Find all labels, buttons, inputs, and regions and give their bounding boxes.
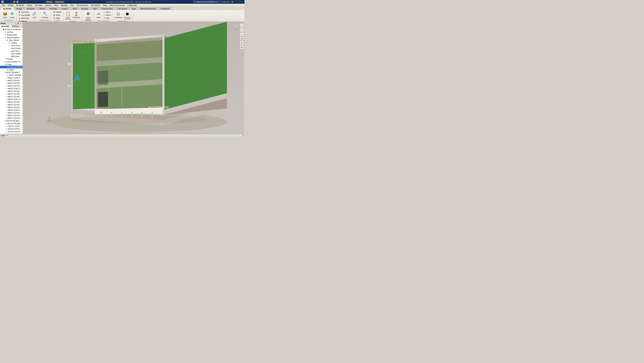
menu-sketch[interactable]: Sketch bbox=[25, 4, 34, 7]
ucs-button[interactable]: ⌖ UCS bbox=[102, 17, 112, 20]
tab-sketch[interactable]: Sketch bbox=[37, 7, 47, 10]
view-cube[interactable]: TOP bbox=[231, 23, 240, 32]
pattern-group-label[interactable]: Pattern ▾ bbox=[54, 20, 60, 22]
tab-getstarted[interactable]: Get Started bbox=[115, 7, 129, 10]
appearance-label[interactable]: Appearance bbox=[54, 1, 64, 3]
qat-new[interactable]: □ bbox=[10, 0, 13, 3]
tree-item-representations[interactable]: ▾📁Representations bbox=[0, 36, 22, 39]
tree-item-origin-1[interactable]: ⊕Origin bbox=[0, 63, 22, 66]
tab-annotate[interactable]: Annotate bbox=[48, 7, 59, 10]
zoom-all-button[interactable]: ⤢ bbox=[240, 24, 244, 28]
tab-3dmodel[interactable]: 3D Model bbox=[24, 7, 37, 10]
menu-electromechanical[interactable]: Electromechanical bbox=[108, 4, 126, 7]
tree-item-south-l02-p01-br[interactable]: ◇SOUTH-L02-P01_BR (216408) bbox=[0, 133, 22, 134]
tree-item-west-facade[interactable]: 📐WEST FACADE bbox=[0, 74, 22, 77]
expander-level-detail[interactable]: ▸ bbox=[2, 61, 4, 63]
maximize-button[interactable]: □ bbox=[238, 1, 240, 3]
bp-tab-rules[interactable]: Rules bbox=[0, 137, 8, 137]
joint-button[interactable]: 🔗 Joint bbox=[31, 11, 38, 19]
tab-assemble[interactable]: Assemble bbox=[1, 7, 14, 10]
bp-tab-external[interactable]: External... bbox=[28, 137, 38, 137]
tree-item-insert-panels[interactable]: 📄Insert Panels bbox=[0, 47, 22, 50]
minimize-button[interactable]: − bbox=[236, 1, 238, 3]
tree-item-logic-top-down[interactable]: 📄Logic Top Down bbox=[0, 50, 22, 52]
place-button[interactable]: 📦 Place bbox=[2, 11, 8, 19]
bom-button[interactable]: 📋 Bill of Materials bbox=[64, 11, 72, 20]
tree-item-insert-panel[interactable]: 📄Insert Panel bbox=[0, 44, 22, 47]
expander-3rdparty[interactable]: ▸ bbox=[2, 31, 4, 33]
bottom-panel-menu[interactable]: ▾ bbox=[8, 135, 8, 136]
show-sick-button[interactable]: ⚠ Show Sick bbox=[18, 17, 31, 20]
menu-inspect[interactable]: Inspect bbox=[44, 4, 52, 7]
axis-button[interactable]: ↕ Axis ▾ bbox=[102, 11, 112, 14]
expander-representations[interactable]: ▾ bbox=[2, 37, 4, 38]
search-bar[interactable]: Search Help & Commands... bbox=[193, 1, 219, 3]
tab-electromechanical[interactable]: Electromechanical bbox=[138, 7, 158, 10]
zoom-in-button[interactable]: + bbox=[240, 28, 244, 32]
look-at-button[interactable]: 👁 bbox=[240, 45, 244, 49]
menu-collaborate[interactable]: Collaborate bbox=[126, 4, 138, 7]
tree-item-relationships[interactable]: ▸🔗Relationships bbox=[0, 34, 22, 36]
bottom-panel-expand[interactable]: × bbox=[6, 135, 6, 136]
canvas-area[interactable]: AUTODESK AUTODESK A bbox=[23, 22, 244, 134]
tree-item-south-facade-plane[interactable]: ⊙SOUTH FACADE PLANE (2127...) bbox=[0, 120, 22, 122]
parameters-button[interactable]: ∑ Parameters bbox=[72, 11, 81, 19]
menu-annotate[interactable]: Annotate bbox=[34, 4, 44, 7]
zoom-out-button[interactable]: − bbox=[240, 32, 244, 36]
tree-item-west-l03-p02-tl[interactable]: ◇WEST-L03-P02_TL (493184) bbox=[0, 111, 22, 114]
tree-item-west-l02-p02-br[interactable]: ◇WEST-L02-P02_BR (279103) bbox=[0, 95, 22, 98]
tree-item-west-l02-p01-br[interactable]: ◇WEST-L02-P01_BR (279102) bbox=[0, 85, 22, 87]
viewport[interactable]: AUTODESK AUTODESK A bbox=[23, 22, 244, 134]
tree-item-west-facade-plane[interactable]: ⊙WEST FACADE PLANE (210791...) bbox=[0, 71, 22, 74]
qat-open[interactable]: 📂 bbox=[13, 0, 16, 3]
tree-item-level-detail[interactable]: ▸📊Level of Detail : Master bbox=[0, 60, 22, 63]
menu-tools[interactable]: Tools bbox=[52, 4, 60, 7]
tree-item-west-l02-p01-tl[interactable]: ◇WEST-L02-P01_TL (279109) bbox=[0, 79, 22, 82]
browser-tab-assembly[interactable]: Assembly bbox=[0, 25, 11, 28]
tree-item-west-l03-p01-br[interactable]: ◇WEST-L03-P01_BR (279146) bbox=[0, 106, 22, 109]
browser-close-icon[interactable]: × bbox=[20, 22, 22, 25]
tree-item-west-l01-p02-01[interactable]: ◇WEST LEVEL 02 PANEL 01 bbox=[0, 77, 22, 79]
menu-3dmodel[interactable]: 3D Model bbox=[15, 4, 25, 7]
tree-item-view-default[interactable]: 👁:Default bbox=[0, 42, 22, 44]
free-rotate-button[interactable]: ↻ Free Rotate bbox=[18, 14, 31, 17]
shrinkwrap-button[interactable]: ◻ Shrinkwrap bbox=[114, 11, 123, 19]
pan-button[interactable]: ✥ bbox=[240, 37, 244, 41]
tree-item-bim-root[interactable]: ▾🔵04 Export for BIM:1 bbox=[0, 66, 22, 68]
free-move-button[interactable]: ✥ Free Move bbox=[18, 11, 31, 14]
shrinkwrap-substitute-button[interactable]: ◼ Shrinkwrap Substitute bbox=[123, 11, 132, 20]
tree-item-west-l03-panel-01[interactable]: ◇WEST LEVEL 03 PANEL 01 bbox=[0, 98, 22, 101]
tree-item-west-l03-p02-tr[interactable]: ◇WEST-L03-P02_TR (493187) bbox=[0, 114, 22, 117]
menu-manage[interactable]: Manage bbox=[60, 4, 69, 7]
menu-vault[interactable]: Vault bbox=[102, 4, 108, 7]
tab-environments[interactable]: Environments bbox=[100, 7, 115, 10]
browser-tab-modeling[interactable]: Modeling bbox=[11, 25, 20, 28]
tree-item-west-l02-p02-tl[interactable]: ◇WEST-L02-P02_TL (279110) bbox=[0, 90, 22, 93]
expander-view-master[interactable]: ▸ bbox=[4, 39, 6, 41]
menu-design[interactable]: Design bbox=[6, 4, 15, 7]
tree-item-south-facade-front[interactable]: 📐SOUTH FACADE (FRONT) bbox=[0, 122, 22, 125]
tree-item-south-l02-p01-tr[interactable]: ◇SOUTH-L02-P01_TR (216383) bbox=[0, 130, 22, 133]
browser-settings-icon[interactable]: ☰ bbox=[17, 22, 19, 25]
tab-tools[interactable]: Tools bbox=[70, 7, 79, 10]
tab-manage[interactable]: Manage bbox=[79, 7, 90, 10]
tree-item-west-l02-panel-02[interactable]: ◇WEST LEVEL 02 PANEL 02 bbox=[0, 87, 22, 90]
tree-item-west-l02-p01-tr[interactable]: ◇WEST-L02-P01_TR (279110) bbox=[0, 82, 22, 85]
tab-view[interactable]: View bbox=[91, 7, 99, 10]
constrain-button[interactable]: 🔧 Constrain bbox=[41, 11, 49, 19]
copy-button[interactable]: ⎘ Copy bbox=[52, 17, 62, 20]
tree-item-view-master[interactable]: ▸👁View: Default bbox=[0, 39, 22, 42]
tree-item-west-l02-p02-tr[interactable]: ◇WEST-L02-P02_TR (279122) bbox=[0, 93, 22, 95]
expander-root[interactable]: ▾ bbox=[0, 29, 2, 30]
tree-item-origin-2[interactable]: ⊕Origin bbox=[0, 68, 22, 71]
tree-item-bim-export[interactable]: 📄BIM Export bbox=[0, 55, 22, 58]
tab-collaborate[interactable]: Collaborate bbox=[158, 7, 172, 10]
bottom-panel-close[interactable]: ☰ bbox=[242, 135, 244, 136]
menu-environments[interactable]: Environments bbox=[76, 4, 89, 7]
expander-bim-root[interactable]: ▾ bbox=[2, 66, 4, 68]
expander-relationships[interactable]: ▸ bbox=[2, 34, 4, 36]
mirror-button[interactable]: ⊟ Mirror bbox=[52, 14, 62, 17]
plane-button[interactable]: ▱ Plane bbox=[95, 11, 102, 19]
point-button[interactable]: • Point ▾ bbox=[102, 14, 112, 17]
create-button[interactable]: ✚ Create bbox=[9, 11, 16, 19]
